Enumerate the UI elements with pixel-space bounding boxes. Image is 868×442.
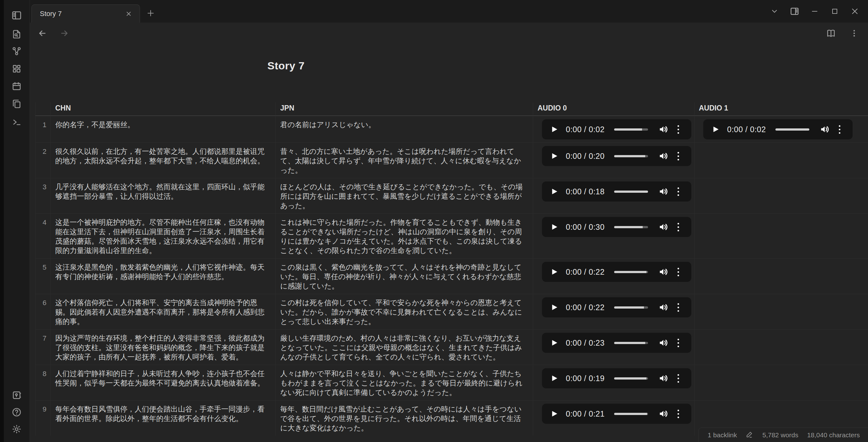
graph-view-icon[interactable]: [9, 44, 24, 58]
audio-more-options-icon[interactable]: [678, 268, 679, 276]
play-button-icon[interactable]: [550, 187, 559, 196]
audio-more-options-icon[interactable]: [839, 125, 840, 134]
audio-more-options-icon[interactable]: [678, 374, 679, 383]
play-button-icon[interactable]: [550, 125, 559, 134]
chevron-down-icon[interactable]: [766, 3, 783, 20]
templates-icon[interactable]: [9, 97, 24, 111]
volume-icon[interactable]: [658, 186, 669, 197]
volume-icon[interactable]: [658, 302, 669, 313]
cell-jpn[interactable]: この泉は黒く、紫色の幽光を放ってて、人々はそれを神の奇跡と見なしていた。毎日、専…: [276, 258, 533, 294]
reading-mode-icon[interactable]: [824, 26, 838, 40]
audio-player[interactable]: 0:00 / 0:22: [542, 262, 691, 282]
volume-icon[interactable]: [658, 222, 669, 232]
audio-player[interactable]: 0:00 / 0:22: [542, 297, 691, 317]
cell-chn[interactable]: 这个村落信仰死亡，人们将和平、安宁的离去当成神明给予的恩赐。因此倘若有人因意外遭…: [51, 294, 276, 329]
cell-jpn[interactable]: 厳しい生存環境のため、村の人々は非常に強くなり、お互いが強力な支えとなっていた。…: [276, 329, 533, 365]
tab-close-icon[interactable]: [123, 8, 134, 19]
cell-jpn[interactable]: 昔々、北の方に寒い土地があった。そこは呪われた場所だって言われてて、太陽は決して…: [276, 143, 533, 178]
table-header-audio1[interactable]: AUDIO 1: [694, 102, 868, 116]
cell-chn[interactable]: 这汪泉水是黑色的，散发着紫色的幽光，人们将它视作神迹。每天有专门的神使祈祷，感谢…: [51, 258, 276, 294]
audio-more-options-icon[interactable]: [678, 125, 679, 134]
audio-seek-slider[interactable]: [614, 306, 648, 308]
play-button-icon[interactable]: [550, 374, 559, 383]
cell-chn[interactable]: 这是一个被神明庇护的地方。尽管不能种出任何庄稼，也没有动物能在这里活下去，但神明…: [51, 213, 276, 258]
audio-player[interactable]: 0:00 / 0:02: [703, 119, 852, 139]
cell-chn[interactable]: 因为这严苛的生存环境，整个村庄的人变得非常坚强，彼此都成为了很强的支柱。这里没有…: [51, 329, 276, 365]
more-options-icon[interactable]: [847, 26, 861, 40]
volume-icon[interactable]: [658, 373, 669, 384]
back-arrow-icon[interactable]: [35, 26, 49, 40]
edit-mode-pencil-icon[interactable]: [746, 431, 753, 440]
audio-player[interactable]: 0:00 / 0:18: [542, 181, 691, 202]
settings-icon[interactable]: [9, 422, 24, 436]
cell-jpn[interactable]: これは神に守られた場所だった。作物を育てることもできず、動物も生きることができな…: [276, 213, 533, 258]
cell-chn[interactable]: 每年会有数日风雪俱停，人们便会踏出山谷，手牵手一同漫步，看看外面的世界。除此以外…: [51, 400, 276, 436]
volume-icon[interactable]: [658, 337, 669, 348]
volume-icon[interactable]: [819, 124, 830, 135]
character-count[interactable]: 18,040 characters: [807, 431, 860, 439]
cell-chn[interactable]: 很久很久以前，在北方，有一处苦寒之地。人们都说那里是被诅咒的地方，太阳永远不会升…: [51, 143, 276, 178]
audio-more-options-icon[interactable]: [678, 303, 679, 312]
cell-chn[interactable]: 你的名字，不是爱丽丝。: [51, 116, 276, 143]
right-sidebar-toggle-icon[interactable]: [786, 3, 803, 20]
table-header-audio0[interactable]: AUDIO 0: [533, 102, 694, 116]
volume-icon[interactable]: [658, 267, 669, 277]
cell-jpn[interactable]: ほとんどの人は、その地で生き延びることができなかった。でも、その場所には四方を山…: [276, 178, 533, 213]
terminal-icon[interactable]: [9, 115, 24, 129]
close-icon[interactable]: [846, 3, 864, 20]
audio-more-options-icon[interactable]: [678, 187, 679, 196]
tab-story-7[interactable]: Story 7: [31, 4, 140, 23]
word-count[interactable]: 5,782 words: [762, 431, 798, 439]
backlink-count[interactable]: 1 backlink: [708, 431, 737, 439]
audio-more-options-icon[interactable]: [678, 410, 679, 418]
cell-jpn[interactable]: この村は死を信仰していて、平和で安らかな死を神々からの恩恵と考えていた。だから、…: [276, 294, 533, 329]
audio-player[interactable]: 0:00 / 0:20: [542, 146, 691, 166]
table-header-chn[interactable]: CHN: [51, 102, 276, 116]
audio-seek-slider[interactable]: [614, 128, 648, 130]
cell-chn[interactable]: 人们过着宁静祥和的日子，从未听过有人争吵，连小孩子也不会任性哭闹，似乎每一天都在…: [51, 365, 276, 400]
play-button-icon[interactable]: [550, 267, 559, 276]
calendar-icon[interactable]: [9, 79, 24, 93]
cell-jpn[interactable]: 人々は静かで平和な日々を送り、争いごとを聞いたことがなく、子供たちもわがままを言…: [276, 365, 533, 400]
audio-seek-slider[interactable]: [614, 271, 648, 273]
play-button-icon[interactable]: [550, 222, 559, 232]
play-button-icon[interactable]: [550, 409, 559, 418]
cell-audio1: [694, 294, 868, 329]
volume-icon[interactable]: [658, 151, 669, 161]
audio-player[interactable]: 0:00 / 0:30: [542, 217, 691, 237]
audio-seek-slider[interactable]: [614, 226, 648, 228]
volume-icon[interactable]: [658, 124, 669, 135]
audio-seek-slider[interactable]: [614, 413, 648, 415]
audio-more-options-icon[interactable]: [678, 152, 679, 160]
audio-player[interactable]: 0:00 / 0:02: [542, 119, 691, 139]
audio-player[interactable]: 0:00 / 0:19: [542, 368, 691, 388]
file-search-icon[interactable]: [9, 27, 24, 41]
audio-seek-slider[interactable]: [614, 190, 648, 193]
help-icon[interactable]: [9, 405, 24, 419]
audio-more-options-icon[interactable]: [678, 339, 679, 347]
audio-more-options-icon[interactable]: [678, 223, 679, 231]
audio-seek-slider[interactable]: [775, 128, 809, 130]
canvas-icon[interactable]: [9, 61, 24, 76]
cell-chn[interactable]: 几乎没有人能够活在这个地方。然而就在这里，四面环山，似乎能够遮挡一部分暴雪，让人…: [51, 178, 276, 213]
play-button-icon[interactable]: [550, 338, 559, 348]
forward-arrow-icon[interactable]: [57, 26, 71, 40]
left-sidebar-toggle-icon[interactable]: [9, 8, 24, 23]
audio-seek-slider[interactable]: [614, 342, 648, 344]
audio-player[interactable]: 0:00 / 0:23: [542, 333, 691, 353]
play-button-icon[interactable]: [550, 151, 559, 161]
table-header-jpn[interactable]: JPN: [276, 102, 533, 116]
audio-player[interactable]: 0:00 / 0:21: [542, 404, 691, 424]
page-title[interactable]: Story 7: [267, 60, 305, 72]
new-tab-button[interactable]: [144, 6, 158, 20]
play-button-icon[interactable]: [711, 125, 720, 134]
minimize-icon[interactable]: [806, 3, 824, 20]
play-button-icon[interactable]: [550, 303, 559, 312]
cell-jpn[interactable]: 毎年、数日間だけ風雪が止むことがあって、その時には人々は手をつないで谷を出て、外…: [276, 400, 533, 436]
maximize-icon[interactable]: [826, 3, 843, 20]
cell-jpn[interactable]: 君の名前はアリスじゃない。: [276, 116, 533, 143]
audio-seek-slider[interactable]: [614, 155, 648, 157]
audio-seek-slider[interactable]: [614, 377, 648, 380]
volume-icon[interactable]: [658, 408, 669, 419]
vault-switcher-icon[interactable]: [9, 388, 24, 403]
